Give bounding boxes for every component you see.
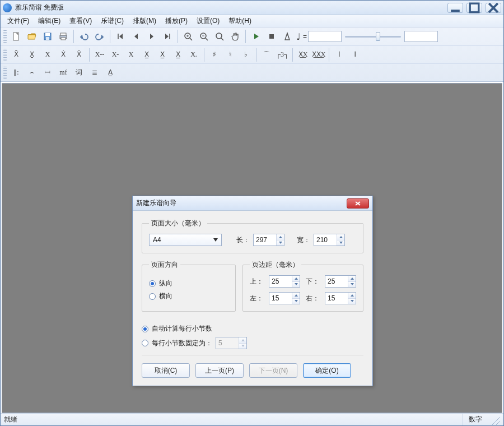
menu-item-0[interactable]: 文件(F) [3, 15, 34, 27]
notation-button[interactable]: ‖: [8, 66, 24, 80]
menubar: 文件(F)编辑(E)查看(V)乐谱(C)排版(M)播放(P)设置(O)帮助(H) [1, 15, 503, 27]
svg-marker-42 [351, 294, 354, 297]
print-button[interactable] [55, 29, 71, 44]
notation-button[interactable]: X-- [92, 48, 108, 62]
notation-button[interactable]: ♯ [207, 48, 222, 62]
notation-button[interactable]: X͟X [295, 48, 311, 62]
spin-down-icon[interactable] [337, 240, 344, 246]
notation-button[interactable]: Ẍ [71, 48, 87, 62]
notation-button[interactable]: A̲ [102, 66, 118, 80]
margin-right-spinner[interactable] [325, 292, 356, 304]
open-file-button[interactable] [24, 29, 40, 44]
notation-button[interactable]: X͟X͟X [311, 48, 326, 62]
toolbar-row-1: ♩ = [1, 27, 503, 45]
margin-bottom-spinner[interactable] [325, 275, 356, 288]
notation-button[interactable]: 𝄀𝄀 [332, 48, 347, 62]
page-size-select[interactable]: A4 [149, 234, 222, 246]
redo-button[interactable] [92, 29, 108, 44]
menu-item-4[interactable]: 排版(M) [128, 15, 161, 27]
margin-left-input[interactable] [269, 293, 292, 304]
next-button[interactable]: 下一页(N) [249, 363, 297, 378]
notation-button[interactable]: X̲ [139, 48, 155, 62]
bars-fixed-option[interactable]: 每行小节数固定为： [142, 337, 363, 349]
toolbar-grip[interactable] [3, 49, 7, 61]
orientation-portrait-option[interactable]: 纵向 [149, 279, 228, 288]
dialog-titlebar[interactable]: 新建乐谱向导 [133, 196, 372, 211]
notation-button[interactable]: 词 [71, 66, 87, 80]
metronome-button[interactable] [279, 29, 295, 44]
pan-button[interactable] [227, 29, 243, 44]
spin-up-icon[interactable] [277, 234, 284, 240]
undo-button[interactable] [76, 29, 92, 44]
next-page-button[interactable] [144, 29, 160, 44]
equals-label: = [302, 33, 308, 40]
stop-button[interactable] [264, 29, 279, 44]
resize-grip-icon[interactable] [490, 415, 500, 425]
menu-item-7[interactable]: 帮助(H) [224, 15, 256, 27]
tempo-field[interactable] [308, 31, 342, 42]
previous-button[interactable]: 上一页(P) [195, 363, 244, 378]
menu-item-1[interactable]: 编辑(E) [34, 15, 65, 27]
menu-item-2[interactable]: 查看(V) [65, 15, 96, 27]
zoom-out-button[interactable] [196, 29, 212, 44]
notation-button[interactable]: X̄ [8, 48, 24, 62]
notation-button[interactable]: ┌3┐ [274, 48, 290, 62]
menu-item-6[interactable]: 设置(O) [192, 15, 224, 27]
menu-item-5[interactable]: 播放(P) [161, 15, 192, 27]
notation-button[interactable]: mf [55, 66, 71, 80]
bars-auto-option[interactable]: 自动计算每行小节数 [142, 324, 363, 334]
window-controls [447, 3, 501, 13]
cancel-button[interactable]: 取消(C) [142, 363, 190, 378]
notation-button[interactable]: 𝄂 [347, 48, 363, 62]
notation-button[interactable]: 𝄩 [40, 66, 55, 80]
toolbar-grip[interactable] [3, 67, 7, 79]
maximize-button[interactable] [466, 3, 482, 13]
notation-button[interactable]: X- [108, 48, 123, 62]
notation-button[interactable]: ♭ [238, 48, 254, 62]
notation-button[interactable]: Ẋ [55, 48, 71, 62]
new-file-button[interactable] [8, 29, 24, 44]
length-input[interactable] [254, 234, 276, 246]
width-spinner[interactable] [314, 234, 345, 246]
notation-button[interactable]: X̲̲ [155, 48, 170, 62]
new-score-wizard-dialog: 新建乐谱向导 页面大小（毫米） A4 长： [132, 196, 373, 386]
menu-item-3[interactable]: 乐谱(C) [96, 15, 128, 27]
notation-button[interactable]: ♮ [222, 48, 238, 62]
first-page-button[interactable] [113, 29, 128, 44]
spin-up-icon[interactable] [337, 234, 344, 240]
tempo-field-2[interactable] [404, 31, 438, 42]
notation-button[interactable]: ⌒ [259, 48, 274, 62]
last-page-button[interactable] [160, 29, 175, 44]
notation-button[interactable]: X. [186, 48, 202, 62]
tempo-slider[interactable] [345, 31, 401, 42]
margin-bottom-input[interactable] [325, 276, 348, 287]
margin-left-spinner[interactable] [269, 292, 300, 304]
notation-button[interactable]: X [40, 48, 55, 62]
margins-legend: 页边距（毫米） [250, 260, 301, 270]
width-input[interactable] [314, 234, 337, 246]
spin-down-icon[interactable] [277, 240, 284, 246]
notation-button[interactable]: ⌢ [24, 66, 40, 80]
minimize-button[interactable] [447, 3, 463, 13]
ok-button[interactable]: 确定(O) [303, 363, 351, 378]
orientation-landscape-option[interactable]: 横向 [149, 291, 228, 301]
margin-right-input[interactable] [325, 293, 348, 304]
zoom-in-button[interactable] [180, 29, 196, 44]
close-button[interactable] [486, 3, 501, 13]
notation-button[interactable]: ≣ [87, 66, 102, 80]
bars-fixed-input[interactable] [216, 337, 239, 349]
dialog-close-button[interactable] [347, 198, 369, 209]
zoom-fit-button[interactable] [212, 29, 227, 44]
notation-button[interactable]: X̲̲̲ [170, 48, 186, 62]
notation-button[interactable]: X [123, 48, 139, 62]
notation-button[interactable]: X̱ [24, 48, 40, 62]
margin-top-spinner[interactable] [269, 275, 300, 288]
bars-fixed-spinner[interactable] [216, 337, 247, 349]
margin-top-input[interactable] [269, 276, 292, 287]
toolbar-grip[interactable] [3, 30, 7, 43]
titlebar[interactable]: 雅乐简谱 免费版 [1, 1, 503, 15]
prev-page-button[interactable] [128, 29, 144, 44]
length-spinner[interactable] [253, 234, 284, 246]
play-button[interactable] [248, 29, 264, 44]
save-button[interactable] [40, 29, 55, 44]
